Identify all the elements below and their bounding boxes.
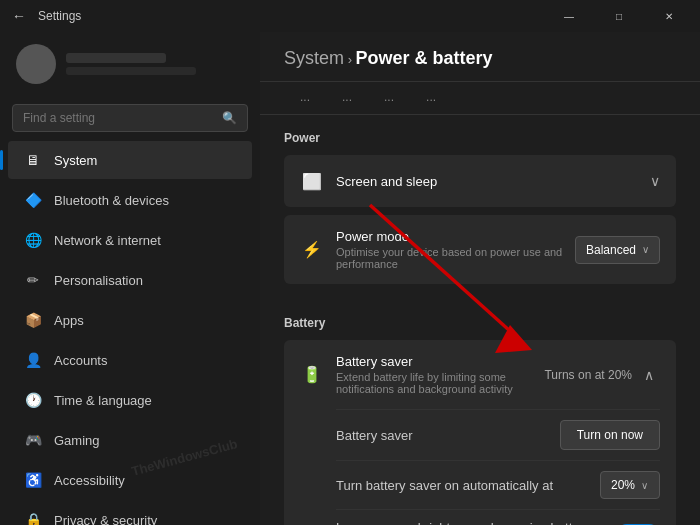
sidebar-item-time[interactable]: 🕐 Time & language [8, 381, 252, 419]
sidebar-item-label: Privacy & security [54, 513, 157, 526]
sidebar-item-label: Accessibility [54, 473, 125, 488]
minimize-button[interactable]: — [546, 0, 592, 32]
turn-on-now-button[interactable]: Turn on now [560, 420, 660, 450]
apps-icon: 📦 [24, 311, 42, 329]
sidebar-item-label: Gaming [54, 433, 100, 448]
sidebar-item-label: Bluetooth & devices [54, 193, 169, 208]
battery-saver-header[interactable]: 🔋 Battery saver Extend battery life by l… [284, 340, 676, 409]
sidebar-item-label: Accounts [54, 353, 107, 368]
maximize-button[interactable]: □ [596, 0, 642, 32]
accessibility-icon: ♿ [24, 471, 42, 489]
power-mode-dropdown[interactable]: Balanced ∨ [575, 236, 660, 264]
chevron-down-icon: ∨ [650, 173, 660, 189]
tab-3[interactable]: ... [368, 82, 410, 114]
sidebar-item-privacy[interactable]: 🔒 Privacy & security [8, 501, 252, 525]
battery-saver-expand-btn[interactable]: ∧ [638, 365, 660, 385]
power-section: Power ⬜ Screen and sleep ∨ ⚡ [260, 115, 700, 300]
profile-info [66, 53, 196, 75]
search-icon: 🔍 [222, 111, 237, 125]
power-mode-row: ⚡ Power mode Optimise your device based … [284, 215, 676, 284]
search-box[interactable]: 🔍 [12, 104, 248, 132]
power-mode-card: ⚡ Power mode Optimise your device based … [284, 215, 676, 284]
sidebar-item-label: System [54, 153, 97, 168]
time-icon: 🕐 [24, 391, 42, 409]
chevron-down-icon: ∨ [641, 480, 648, 491]
lower-brightness-label: Lower screen brightness when using batte… [336, 520, 616, 525]
battery-saver-row-label: Battery saver [336, 428, 560, 443]
sidebar-item-network[interactable]: 🌐 Network & internet [8, 221, 252, 259]
battery-saver-body: Battery saver Turn on now Turn battery s… [284, 409, 676, 525]
battery-saver-title: Battery saver [336, 354, 532, 369]
battery-section: Battery 🔋 Battery saver Extend battery l… [260, 300, 700, 525]
breadcrumb-parent: System [284, 48, 344, 68]
back-button[interactable]: ← [8, 4, 30, 28]
lower-brightness-row: Lower screen brightness when using batte… [336, 509, 660, 525]
tab-4[interactable]: ... [410, 82, 452, 114]
bluetooth-icon: 🔷 [24, 191, 42, 209]
chevron-down-icon: ∨ [642, 244, 649, 255]
main-layout: 🔍 🖥 System 🔷 Bluetooth & devices 🌐 Netwo… [0, 32, 700, 525]
titlebar-title: Settings [38, 9, 81, 23]
profile-name [66, 53, 166, 63]
breadcrumb-current: Power & battery [356, 48, 493, 68]
profile-email [66, 67, 196, 75]
close-button[interactable]: ✕ [646, 0, 692, 32]
content-area: System › Power & battery ... ... ... ...… [260, 32, 700, 525]
sidebar-item-apps[interactable]: 📦 Apps [8, 301, 252, 339]
tabs-row: ... ... ... ... [260, 82, 700, 115]
sidebar-item-system[interactable]: 🖥 System [8, 141, 252, 179]
titlebar: ← Settings — □ ✕ [0, 0, 700, 32]
power-mode-title: Power mode [336, 229, 563, 244]
personalisation-icon: ✏ [24, 271, 42, 289]
battery-section-title: Battery [284, 316, 676, 330]
sidebar: 🔍 🖥 System 🔷 Bluetooth & devices 🌐 Netwo… [0, 32, 260, 525]
auto-turn-on-label: Turn battery saver on automatically at [336, 478, 600, 493]
turns-on-label: Turns on at 20% [544, 368, 632, 382]
gaming-icon: 🎮 [24, 431, 42, 449]
screen-sleep-row[interactable]: ⬜ Screen and sleep ∨ [284, 155, 676, 207]
sidebar-item-label: Network & internet [54, 233, 161, 248]
battery-saver-icon: 🔋 [300, 363, 324, 387]
content-header: System › Power & battery [260, 32, 700, 82]
avatar [16, 44, 56, 84]
auto-turn-on-row: Turn battery saver on automatically at 2… [336, 460, 660, 509]
breadcrumb-sep: › [348, 52, 356, 67]
battery-saver-subtitle: Extend battery life by limiting some not… [336, 371, 532, 395]
screen-sleep-card: ⬜ Screen and sleep ∨ [284, 155, 676, 207]
battery-saver-toggle-row: Battery saver Turn on now [336, 409, 660, 460]
tab-1[interactable]: ... [284, 82, 326, 114]
sidebar-item-label: Apps [54, 313, 84, 328]
battery-saver-card: 🔋 Battery saver Extend battery life by l… [284, 340, 676, 525]
sidebar-item-personalisation[interactable]: ✏ Personalisation [8, 261, 252, 299]
search-input[interactable] [23, 111, 214, 125]
power-mode-icon: ⚡ [300, 238, 324, 262]
power-section-title: Power [284, 131, 676, 145]
auto-turn-on-dropdown[interactable]: 20% ∨ [600, 471, 660, 499]
tab-2[interactable]: ... [326, 82, 368, 114]
power-mode-subtitle: Optimise your device based on power use … [336, 246, 563, 270]
network-icon: 🌐 [24, 231, 42, 249]
screen-sleep-title: Screen and sleep [336, 174, 638, 189]
system-icon: 🖥 [24, 151, 42, 169]
sidebar-item-accounts[interactable]: 👤 Accounts [8, 341, 252, 379]
auto-turn-on-value: 20% [611, 478, 635, 492]
sidebar-item-label: Personalisation [54, 273, 143, 288]
privacy-icon: 🔒 [24, 511, 42, 525]
screen-sleep-icon: ⬜ [300, 169, 324, 193]
sidebar-profile [0, 32, 260, 96]
sidebar-item-label: Time & language [54, 393, 152, 408]
breadcrumb: System › Power & battery [284, 48, 676, 69]
power-mode-value: Balanced [586, 243, 636, 257]
sidebar-item-accessibility[interactable]: ♿ Accessibility [8, 461, 252, 499]
sidebar-item-gaming[interactable]: 🎮 Gaming [8, 421, 252, 459]
accounts-icon: 👤 [24, 351, 42, 369]
sidebar-item-bluetooth[interactable]: 🔷 Bluetooth & devices [8, 181, 252, 219]
